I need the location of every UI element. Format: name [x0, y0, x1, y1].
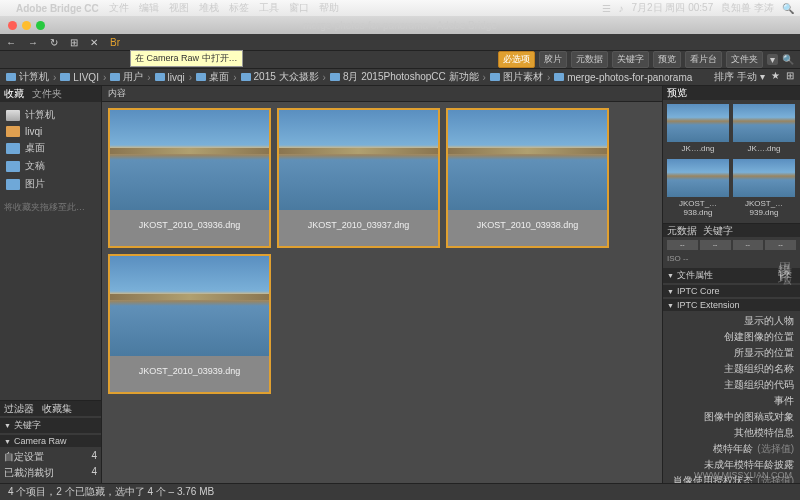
- fav-home[interactable]: livqi: [4, 124, 97, 139]
- more-icon[interactable]: ▾: [767, 54, 778, 65]
- fav-documents[interactable]: 文稿: [4, 157, 97, 175]
- menu-stack[interactable]: 堆栈: [199, 1, 219, 15]
- status-icon[interactable]: ♪: [619, 3, 624, 14]
- content-tab[interactable]: 内容: [102, 86, 662, 102]
- maximize-icon[interactable]: [36, 21, 45, 30]
- left-panel: 收藏 文件夹 计算机 livqi 桌面 文稿 图片 将收藏夹拖移至此… 过滤器 …: [0, 86, 102, 483]
- thumb-image: [279, 110, 438, 210]
- thumbnail[interactable]: JKOST_2010_03938.dng: [446, 108, 609, 248]
- crumb-folder[interactable]: 8月 2015PhotoshopCC 新功能: [330, 70, 479, 84]
- crumb-computer[interactable]: 计算机: [6, 70, 49, 84]
- lightbox-tab[interactable]: 看片台: [685, 51, 722, 68]
- forward-button[interactable]: →: [28, 37, 38, 48]
- star-filter-icon[interactable]: ★: [771, 70, 780, 84]
- folder-icon: [6, 143, 20, 154]
- menu-tools[interactable]: 工具: [259, 1, 279, 15]
- thumbnail[interactable]: JKOST_2010_03936.dng: [108, 108, 271, 248]
- preview-thumb[interactable]: JK….dng: [733, 104, 795, 155]
- filter-row[interactable]: 自定设置4: [4, 449, 97, 465]
- search-icon[interactable]: 🔍: [782, 54, 794, 65]
- status-icon[interactable]: ☰: [602, 3, 611, 14]
- iptc-row[interactable]: 未成年模特年龄披露: [663, 457, 800, 473]
- app-name[interactable]: Adobe Bridge CC: [16, 3, 99, 14]
- keywords-tab[interactable]: 关键字: [612, 51, 649, 68]
- menu-window[interactable]: 窗口: [289, 1, 309, 15]
- meta-iso: ISO --: [667, 254, 796, 263]
- menu-edit[interactable]: 编辑: [139, 1, 159, 15]
- iptc-row[interactable]: 主题组织的代码: [663, 377, 800, 393]
- iptc-row[interactable]: 肖像使用授权状态(选择值): [663, 473, 800, 483]
- folders-tab[interactable]: 文件夹: [726, 51, 763, 68]
- preview-thumb[interactable]: JKOST_…938.dng: [667, 159, 729, 219]
- tab-favorites[interactable]: 收藏: [4, 87, 24, 101]
- metadata-tab[interactable]: 元数据: [571, 51, 608, 68]
- crumb-current[interactable]: merge-photos-for-panorama: [554, 72, 692, 83]
- iptc-row[interactable]: 模特年龄(选择值): [663, 441, 800, 457]
- crumb-folder[interactable]: 图片素材: [490, 70, 543, 84]
- section-iptc-ext[interactable]: IPTC Extension: [663, 299, 800, 311]
- crumb-users[interactable]: 用户: [110, 70, 143, 84]
- workspace-tabs: 必选项 胶片 元数据 关键字 预览 看片台 文件夹 ▾ 🔍: [0, 51, 800, 69]
- essentials-tab[interactable]: 必选项: [498, 51, 535, 68]
- filter-cameraraw-head[interactable]: Camera Raw: [0, 435, 101, 447]
- cancel-button[interactable]: ✕: [90, 37, 98, 48]
- iptc-row[interactable]: 创建图像的位置: [663, 329, 800, 345]
- iptc-row[interactable]: 图像中的图稿或对象: [663, 409, 800, 425]
- tab-filter[interactable]: 过滤器: [4, 402, 34, 416]
- tooltip: 在 Camera Raw 中打开…: [130, 50, 243, 67]
- tab-folders[interactable]: 文件夹: [32, 87, 62, 101]
- reload-button[interactable]: ↻: [50, 37, 58, 48]
- folder-icon: [6, 179, 20, 190]
- window-titlebar: merge-photos-for-panorama - Adobe Bridge: [0, 16, 800, 34]
- sort-dropdown[interactable]: 排序 手动 ▾: [714, 70, 765, 84]
- minimize-icon[interactable]: [22, 21, 31, 30]
- grid-button[interactable]: ⊞: [70, 37, 78, 48]
- iptc-row[interactable]: 其他模特信息: [663, 425, 800, 441]
- iptc-row[interactable]: 主题组织的名称: [663, 361, 800, 377]
- fav-pictures[interactable]: 图片: [4, 175, 97, 193]
- preview-thumb[interactable]: JK….dng: [667, 104, 729, 155]
- meta-wb: --: [733, 240, 764, 250]
- iptc-row[interactable]: 所显示的位置: [663, 345, 800, 361]
- view-options-icon[interactable]: ⊞: [786, 70, 794, 84]
- filter-row[interactable]: 已裁消裁切4: [4, 465, 97, 481]
- thumbnail[interactable]: JKOST_2010_03937.dng: [277, 108, 440, 248]
- crumb-desktop[interactable]: 桌面: [196, 70, 229, 84]
- fav-desktop[interactable]: 桌面: [4, 139, 97, 157]
- tab-keywords[interactable]: 关键字: [703, 224, 733, 238]
- menu-label[interactable]: 标签: [229, 1, 249, 15]
- preview-thumb[interactable]: JKOST_…939.dng: [733, 159, 795, 219]
- crumb-folder[interactable]: 2015 大众摄影: [241, 70, 319, 84]
- menu-help[interactable]: 帮助: [319, 1, 339, 15]
- tab-collections[interactable]: 收藏集: [42, 402, 72, 416]
- close-icon[interactable]: [8, 21, 17, 30]
- menu-file[interactable]: 文件: [109, 1, 129, 15]
- app-toolbar: ← → ↻ ⊞ ✕ Br: [0, 34, 800, 51]
- section-fileprops[interactable]: 文件属性: [663, 268, 800, 283]
- menu-view[interactable]: 视图: [169, 1, 189, 15]
- filmstrip-tab[interactable]: 胶片: [539, 51, 567, 68]
- metadata-body: -- -- -- -- ISO --: [663, 237, 800, 266]
- iptc-row[interactable]: 事件: [663, 393, 800, 409]
- favorites-list: 计算机 livqi 桌面 文稿 图片: [0, 102, 101, 197]
- search-icon[interactable]: 🔍: [782, 3, 794, 14]
- thumb-filename: JKOST_2010_03936.dng: [110, 210, 269, 240]
- fav-computer[interactable]: 计算机: [4, 106, 97, 124]
- mac-menubar: Adobe Bridge CC 文件 编辑 视图 堆栈 标签 工具 窗口 帮助 …: [0, 0, 800, 16]
- clock[interactable]: 7月2日 周四 00:57: [632, 1, 714, 15]
- preview-tab[interactable]: 预览: [653, 51, 681, 68]
- back-button[interactable]: ←: [6, 37, 16, 48]
- thumbnail[interactable]: JKOST_2010_03939.dng: [108, 254, 271, 394]
- user[interactable]: 良知兽 李涛: [721, 1, 774, 15]
- iptc-row[interactable]: 显示的人物: [663, 313, 800, 329]
- status-text: 4 个项目，2 个已隐藏，选中了 4 个 – 3.76 MB: [8, 485, 214, 499]
- section-iptc-core[interactable]: IPTC Core: [663, 285, 800, 297]
- filter-keywords-head[interactable]: 关键字: [0, 418, 101, 433]
- bridge-icon[interactable]: Br: [110, 37, 120, 48]
- tab-preview[interactable]: 预览: [667, 86, 687, 100]
- tab-metadata[interactable]: 元数据: [667, 224, 697, 238]
- meta-ev: --: [765, 240, 796, 250]
- crumb-home[interactable]: livqi: [155, 72, 185, 83]
- crumb-drive[interactable]: LIVQI: [60, 72, 99, 83]
- traffic-lights: [0, 21, 45, 30]
